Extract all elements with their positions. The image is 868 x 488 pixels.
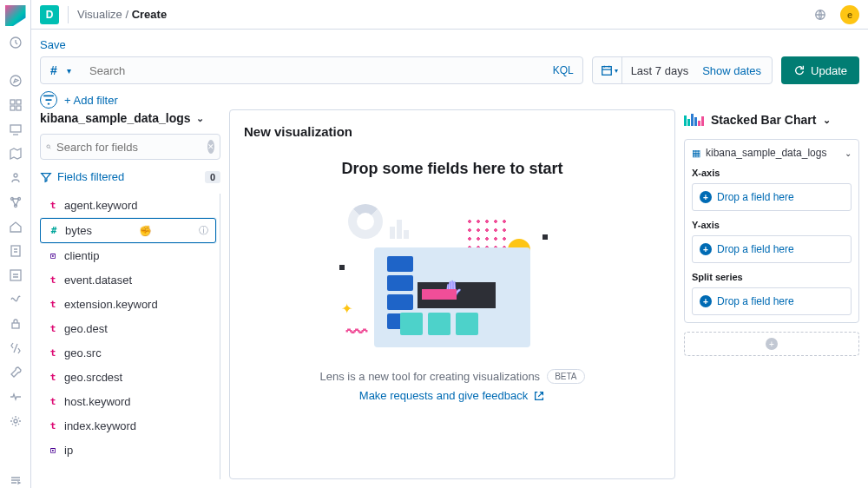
fields-filtered-row[interactable]: Fields filtered 0 — [40, 167, 220, 187]
field-item[interactable]: ⊡ip — [40, 439, 216, 462]
canvas-title: New visualization — [244, 124, 661, 139]
field-type-icon: t — [47, 299, 59, 310]
show-dates-link[interactable]: Show dates — [697, 64, 766, 77]
field-item[interactable]: tgeo.dest — [40, 317, 216, 340]
ml-icon[interactable] — [8, 170, 23, 186]
config-panel: Stacked Bar Chart ⌄ ▦ kibana_sample_data… — [684, 109, 859, 479]
field-item[interactable]: tindex.keyword — [40, 414, 216, 438]
newsfeed-icon[interactable] — [812, 7, 828, 23]
drop-field-text: Drop a field here — [717, 295, 794, 307]
grab-icon: ✊ — [139, 225, 152, 237]
svg-rect-5 — [16, 106, 21, 110]
dev-icon[interactable] — [8, 340, 23, 356]
axis-label: Split series — [692, 272, 852, 282]
date-range-text: Last 7 days — [628, 64, 693, 77]
field-item[interactable]: tagent.keyword — [40, 194, 216, 217]
update-button[interactable]: Update — [781, 56, 859, 84]
drop-field-zone[interactable]: +Drop a field here — [692, 183, 852, 211]
field-name: host.keyword — [64, 395, 131, 408]
add-layer-button[interactable]: + — [684, 332, 859, 356]
kql-toggle[interactable]: KQL — [544, 64, 582, 76]
search-input[interactable] — [82, 64, 544, 77]
field-name: extension.keyword — [64, 298, 158, 311]
heartbeat-icon[interactable] — [8, 389, 23, 405]
svg-point-7 — [14, 174, 17, 177]
compass-icon[interactable] — [8, 73, 23, 89]
user-avatar[interactable]: e — [840, 5, 859, 24]
security-icon[interactable] — [8, 316, 23, 332]
metrics-icon[interactable] — [8, 267, 23, 283]
field-item[interactable]: tevent.dataset — [40, 268, 216, 292]
canvas-icon[interactable] — [8, 122, 23, 137]
top-header: D Visualize / Create e — [31, 0, 868, 30]
svg-point-14 — [14, 419, 17, 423]
info-icon[interactable]: ⓘ — [199, 224, 208, 237]
field-type-icon: t — [47, 372, 59, 383]
illustration: ✦ 〰 — [339, 195, 565, 352]
chart-type-selector[interactable]: Stacked Bar Chart ⌄ — [684, 109, 859, 130]
save-button[interactable]: Save — [40, 35, 66, 56]
field-item[interactable]: textension.keyword — [40, 293, 216, 316]
add-filter-button[interactable]: + Add filter — [64, 94, 118, 107]
stacked-bar-icon — [684, 114, 704, 126]
field-type-icon: ⊡ — [47, 445, 59, 455]
clear-icon[interactable]: ✕ — [207, 140, 214, 154]
field-type-icon: # — [48, 225, 60, 236]
divider — [68, 6, 69, 23]
filter-options-icon[interactable] — [40, 91, 57, 109]
field-type-icon: t — [47, 396, 59, 407]
drop-field-zone[interactable]: +Drop a field here — [692, 235, 852, 263]
field-item[interactable]: tgeo.src — [40, 341, 216, 365]
index-pattern-name: kibana_sample_data_logs — [40, 111, 191, 125]
field-name: geo.dest — [64, 322, 108, 335]
axis-section: X-axis+Drop a field here — [692, 168, 852, 211]
svg-rect-6 — [10, 125, 21, 132]
drop-field-text: Drop a field here — [717, 191, 794, 203]
search-icon — [46, 141, 51, 153]
field-item[interactable]: #bytes✊ⓘ — [40, 218, 216, 243]
space-badge[interactable]: D — [40, 5, 59, 24]
layer-index-name: kibana_sample_data_logs — [706, 147, 826, 159]
layer-index-selector[interactable]: ▦ kibana_sample_data_logs ⌄ — [692, 147, 852, 159]
maps-icon[interactable] — [8, 146, 23, 162]
axis-section: Y-axis+Drop a field here — [692, 220, 852, 263]
graph-icon[interactable] — [8, 195, 23, 210]
collapse-icon[interactable] — [8, 472, 23, 488]
filter-type-icon[interactable]: # — [41, 63, 67, 77]
svg-rect-11 — [11, 246, 20, 256]
drop-field-zone[interactable]: +Drop a field here — [692, 287, 852, 315]
breadcrumb-current: Create — [132, 8, 167, 21]
index-pattern-selector[interactable]: kibana_sample_data_logs ⌄ — [40, 109, 220, 127]
fields-panel: kibana_sample_data_logs ⌄ ✕ Fields filte… — [40, 109, 220, 479]
chevron-down-icon[interactable]: ▾ — [67, 66, 82, 76]
field-type-icon: t — [47, 323, 59, 334]
fields-filtered-count: 0 — [205, 171, 220, 183]
home-icon[interactable] — [8, 219, 23, 234]
settings-icon[interactable] — [8, 413, 23, 429]
dashboard-icon[interactable] — [8, 97, 23, 113]
lens-description: Lens is a new tool for creating visualiz… — [244, 369, 661, 384]
field-item[interactable]: tgeo.srcdest — [40, 366, 216, 389]
logs-icon[interactable] — [8, 243, 23, 259]
recent-icon[interactable] — [8, 35, 23, 50]
breadcrumb-root[interactable]: Visualize — [77, 8, 122, 21]
field-search-box: ✕ — [40, 134, 220, 160]
chevron-down-icon: ⌄ — [196, 113, 204, 124]
field-item[interactable]: thost.keyword — [40, 390, 216, 413]
field-name: clientip — [64, 249, 99, 262]
kibana-logo-icon[interactable] — [5, 5, 26, 26]
field-name: bytes — [65, 224, 92, 237]
field-type-icon: t — [47, 200, 59, 211]
svg-rect-13 — [12, 323, 19, 328]
plus-icon: + — [700, 243, 712, 255]
field-search-input[interactable] — [56, 141, 202, 154]
feedback-link[interactable]: Make requests and give feedback — [244, 389, 661, 402]
chevron-down-icon: ⌄ — [823, 115, 831, 126]
svg-rect-4 — [10, 106, 15, 110]
uptime-icon[interactable] — [8, 292, 23, 307]
tools-icon[interactable] — [8, 365, 23, 380]
beta-badge: BETA — [547, 369, 584, 384]
field-item[interactable]: ⊡clientip — [40, 244, 216, 267]
field-type-icon: t — [47, 347, 59, 359]
date-picker[interactable]: ▾ Last 7 days Show dates — [592, 56, 773, 84]
